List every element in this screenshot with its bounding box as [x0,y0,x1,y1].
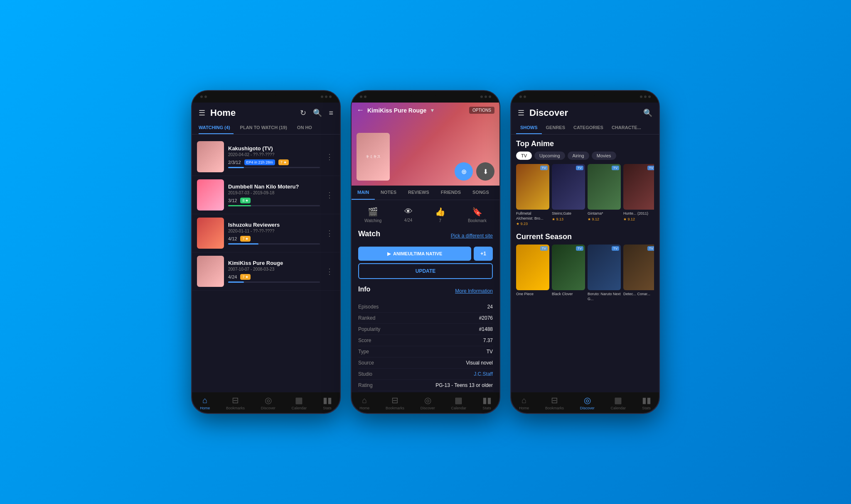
watch-status-item: 🎬 Watching [364,207,381,223]
cast-button[interactable]: ⊕ [455,162,473,181]
anime-card-badge: TV [576,246,583,251]
progress-fill [228,167,244,168]
anime-info-kimikiss: KimiKiss Pure Rouge 2007-10-07 - 2008-03… [228,260,320,283]
rating-badge: 7★ [240,274,251,280]
download-button[interactable]: ⬇ [476,162,494,181]
info-row-rating: Rating PG-13 - Teens 13 or older [358,380,493,391]
anime-ep: 2/3/12 [228,160,241,165]
search-icon[interactable]: 🔍 [643,108,652,117]
anime-card-boruto[interactable]: TV Boruto: Naruto Next G... [588,245,621,302]
phone-detail: ← KimiKiss Pure Rouge ▼ OPTIONS キミキス ⊕ ⬇ [351,90,500,414]
list-item[interactable]: Ishuzoku Reviewers 2020-01-11 - ??-??-??… [192,214,340,252]
tab-notes[interactable]: NOTES [375,186,402,200]
nav-stats[interactable]: ▮▮ Stats [482,395,492,410]
rating-badge: 7★ [278,159,289,165]
home-title: Home [210,108,236,118]
more-button[interactable]: ⋮ [324,265,335,278]
anime-info-kakushigoto: Kakushigoto (TV) 2020-04-02 - ??-??-????… [228,145,320,168]
tab-on-hold[interactable]: ON HO [297,122,315,134]
more-button[interactable]: ⋮ [324,189,335,201]
anime-card-blackclover[interactable]: TV Black Clover [552,245,585,302]
home-tabs: WATCHING (4) PLAN TO WATCH (19) ON HO [192,122,340,135]
info-row-source: Source Visual novel [358,357,493,369]
anime-card-badge: TV [647,246,654,251]
current-season-grid: TV One Piece TV Black Clover [516,245,654,302]
options-button[interactable]: OPTIONS [469,107,494,114]
more-button[interactable]: ⋮ [324,227,335,240]
tab-shows[interactable]: SHOWS [516,122,542,134]
top-anime-section: Top Anime TV Upcoming Airing Movies TV F… [516,139,654,226]
anime-card-gintama[interactable]: TV Gintama* ★ 9.12 [588,164,621,226]
list-item[interactable]: Kakushigoto (TV) 2020-04-02 - ??-??-????… [192,138,340,176]
chip-movies[interactable]: Movies [592,152,616,160]
tab-characters[interactable]: CHARACTE... [608,122,645,134]
watch-plus-button[interactable]: +1 [474,247,493,261]
list-item[interactable]: Dumbbell Nan Kilo Moteru? 2019-07-03 - 2… [192,176,340,214]
progress-row: 4/12 7★ [228,236,320,242]
anime-card-badge: TV [540,246,548,251]
discover-icon: ◎ [424,395,431,405]
episodes-item: 👁 4/24 [404,207,413,223]
refresh-icon[interactable]: ↻ [300,108,306,117]
anime-card-hunt[interactable]: TV Hunte... (2011) ★ 9.12 [623,164,654,226]
nav-bookmarks[interactable]: ⊟ Bookmarks [545,395,564,410]
menu-icon[interactable]: ☰ [518,108,524,117]
dropdown-icon[interactable]: ▼ [430,108,435,113]
pick-site-link[interactable]: Pick a different site [451,233,493,239]
chip-upcoming[interactable]: Upcoming [534,152,565,160]
bookmark-item[interactable]: 🔖 Bookmark [468,207,487,223]
anime-card-name: Boruto: Naruto Next G... [588,292,621,301]
watch-main-button[interactable]: ▶ ANIMEULTIMA NATIVE [358,247,471,261]
nav-calendar[interactable]: ▦ Calendar [610,395,626,410]
tab-plan-watch[interactable]: PLAN TO WATCH (19) [240,122,290,134]
tab-songs[interactable]: SONGS [467,186,495,200]
more-info-link[interactable]: More Information [455,288,493,294]
menu-icon[interactable]: ☰ [199,108,205,117]
tab-watching[interactable]: WATCHING (4) [199,122,234,134]
nav-discover[interactable]: ◎ Discover [261,395,275,410]
home-icon: ⌂ [202,396,207,405]
nav-home[interactable]: ⌂ Home [519,396,529,410]
watching-label: Watching [364,218,381,223]
bookmarks-icon: ⊟ [391,395,398,405]
chip-tv[interactable]: TV [516,152,532,160]
notch-center [251,95,276,99]
nav-bookmarks[interactable]: ⊟ Bookmarks [386,395,404,410]
tab-genres[interactable]: GENRES [542,122,569,134]
tab-reviews[interactable]: REVIEWS [402,186,435,200]
anime-card-fma[interactable]: TV Fullmetal Alchemist: Bro... ★ 9.23 [516,164,549,226]
search-icon[interactable]: 🔍 [313,108,322,117]
anime-card-name: Gintama* [588,211,621,216]
list-item[interactable]: KimiKiss Pure Rouge 2007-10-07 - 2008-03… [192,252,340,291]
back-button[interactable]: ← [357,106,364,115]
nav-discover[interactable]: ◎ Discover [421,395,435,410]
nav-bookmarks-label: Bookmarks [226,406,245,410]
filter-icon[interactable]: ≡ [329,109,333,117]
nav-calendar[interactable]: ▦ Calendar [451,395,466,410]
nav-home[interactable]: ⌂ Home [200,396,210,410]
home-screen: ☰ Home ↻ 🔍 ≡ WATCHING (4) PLAN TO WATCH … [192,103,340,392]
nav-bookmarks[interactable]: ⊟ Bookmarks [226,395,245,410]
nav-calendar[interactable]: ▦ Calendar [291,395,307,410]
update-button[interactable]: UPDATE [358,263,493,279]
info-val-studio-link[interactable]: J.C.Staff [474,371,493,377]
progress-row: 3/12 8★ [228,198,320,203]
anime-card-badge: TV [612,166,619,170]
tab-friends[interactable]: FRIENDS [435,186,467,200]
nav-stats[interactable]: ▮▮ Stats [642,395,651,410]
chip-airing[interactable]: Airing [568,152,589,160]
nav-stats[interactable]: ▮▮ Stats [323,395,332,410]
anime-card-detect[interactable]: TV Detec... Conar... [623,245,654,302]
info-key: Popularity [358,326,380,332]
nav-home[interactable]: ⌂ Home [359,396,369,410]
anime-card-onepiece[interactable]: TV One Piece [516,245,549,302]
anime-card-steins[interactable]: TV Steins;Gate ★ 9.13 [552,164,585,226]
tab-main[interactable]: MAIN [352,186,375,200]
nav-stats-label: Stats [642,406,651,410]
nav-discover[interactable]: ◎ Discover [580,395,595,410]
info-row-score: Score 7.37 [358,335,493,346]
tab-categories[interactable]: CATEGORIES [569,122,608,134]
likes-item[interactable]: 👍 7 [435,207,445,223]
notch-center [571,95,595,99]
more-button[interactable]: ⋮ [324,151,335,163]
